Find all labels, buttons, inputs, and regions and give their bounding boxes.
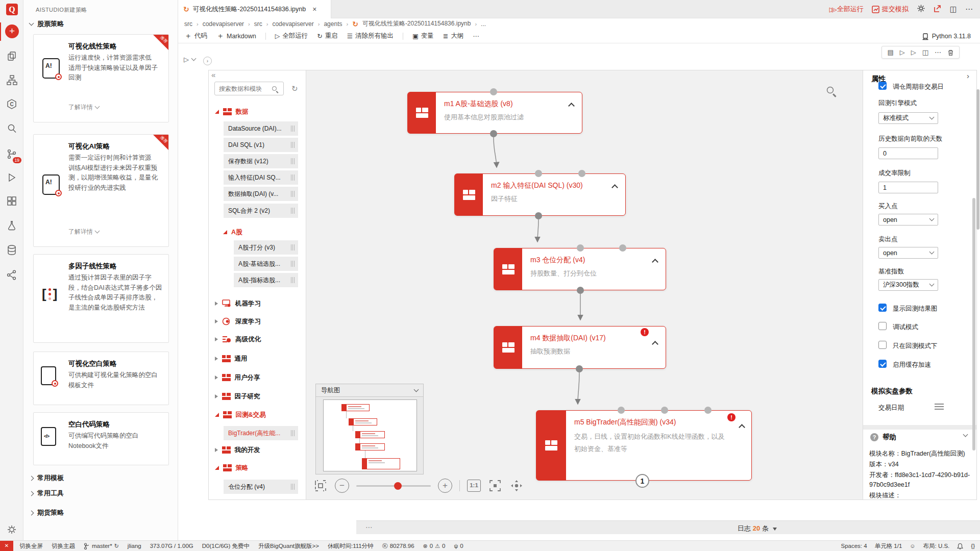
more-actions-icon[interactable]: ⋯ [935, 48, 941, 56]
breadcrumb-file[interactable]: 可视化线性策略-20250114154836.ipynb [362, 19, 471, 28]
scrollbar-thumb[interactable] [976, 89, 979, 230]
drag-handle[interactable] [291, 277, 295, 283]
split-cell-icon[interactable]: ◫ [922, 48, 928, 56]
remote-indicator[interactable]: ✕ [0, 541, 13, 551]
drag-handle[interactable] [291, 244, 295, 251]
port[interactable] [577, 287, 584, 294]
notifications-bell-icon[interactable] [957, 543, 963, 549]
port[interactable] [535, 170, 542, 177]
module-item[interactable]: 保存数据 (v12) [224, 154, 298, 168]
delete-cell-icon[interactable] [947, 49, 954, 56]
drag-handle[interactable] [291, 430, 295, 436]
navmap-header[interactable]: 导航图 [316, 384, 423, 397]
refresh-icon[interactable]: ↻ [291, 84, 298, 93]
restart-kernel-button[interactable]: ↻重启 [317, 32, 337, 40]
status-problems[interactable]: ⊗0⚠0 [423, 543, 446, 549]
breadcrumb-item[interactable]: src [184, 20, 192, 28]
zoom-knob[interactable] [394, 482, 402, 490]
search-input[interactable] [219, 85, 272, 92]
new-strategy-icon[interactable]: + [5, 24, 19, 38]
input-fill-rate[interactable]: 1 [878, 182, 938, 193]
card-multifactor-linear-strategy[interactable]: [] 多因子线性策略 通过预计算因子表里的因子字段，结合DAI表达式算子将多个因… [33, 254, 169, 343]
section-futures-strategies[interactable]: 期货策略 [30, 508, 64, 517]
add-code-button[interactable]: ＋代码 [184, 31, 207, 41]
checkbox-cache-accel[interactable] [878, 360, 887, 368]
cell-run-controls[interactable]: ▷ [184, 56, 195, 63]
drag-handle[interactable] [291, 261, 295, 267]
card-visual-linear-strategy[interactable]: 推荐 A! 可视化线性策略 运行速度快，计算资源需求低适用于快速策略验证以及单因… [33, 34, 169, 122]
settings-gear-icon[interactable] [917, 4, 925, 14]
select-buy-point[interactable]: open [878, 214, 938, 226]
status-braces[interactable]: {} [971, 543, 975, 549]
module-item[interactable]: A股-指标选股... [234, 273, 298, 287]
pan-move-icon[interactable] [509, 479, 524, 493]
expand-panel-icon[interactable]: › [203, 57, 212, 65]
port[interactable] [577, 244, 584, 252]
status-cell-position[interactable]: 单元格 1/1 [875, 542, 902, 550]
breadcrumb-item[interactable]: agents [324, 20, 342, 28]
port[interactable] [490, 88, 497, 95]
port[interactable] [578, 170, 585, 177]
input-history-days[interactable]: 0 [878, 147, 938, 159]
module-item[interactable]: SQL合并 2 (v2) [224, 204, 298, 218]
module-item-bigtrader[interactable]: BigTrader(高性能... [224, 426, 298, 440]
close-icon[interactable]: × [312, 5, 316, 13]
collapse-panel-icon[interactable]: › [967, 71, 969, 80]
kernel-picker[interactable]: Python 3.11.8 [922, 29, 971, 43]
split-editor-icon[interactable]: ◫ [950, 5, 957, 14]
status-feedback[interactable]: ψ0 [454, 543, 463, 549]
status-upgrade-link[interactable]: 升级BigQuant旗舰版>> [258, 542, 319, 550]
port[interactable] [490, 130, 497, 137]
node-m3[interactable]: m3 仓位分配 (v4)持股数量、打分到仓位 [494, 248, 666, 290]
files-icon[interactable] [0, 46, 23, 66]
status-theme[interactable]: 切换主题 [52, 542, 75, 550]
settings-gear-icon[interactable] [0, 519, 23, 540]
drag-handle[interactable] [291, 484, 295, 490]
port[interactable] [576, 365, 583, 372]
status-user[interactable]: jliang [128, 543, 141, 549]
tree-group-data[interactable]: 数据 [215, 107, 249, 116]
module-item[interactable]: A股-打分 (v3) [234, 240, 298, 255]
tree-group-user-shared[interactable]: 用户分享 [215, 373, 260, 382]
outline-button[interactable]: ≣大纲 [443, 32, 463, 40]
source-control-icon[interactable]: 19 [0, 144, 23, 164]
tree-group-my-dev[interactable]: 我的开发 [215, 445, 260, 455]
breadcrumb-item[interactable]: codevapiserver [272, 20, 313, 28]
drag-handle[interactable] [291, 158, 295, 164]
section-common-tools[interactable]: 常用工具 [30, 489, 64, 498]
menu-icon[interactable] [935, 404, 944, 410]
more-toolbar-icon[interactable]: ⋯ [473, 32, 479, 40]
select-engine-mode[interactable]: 标准模式 [878, 112, 938, 124]
more-actions-icon[interactable]: ⋯ [965, 5, 973, 14]
database-icon[interactable] [0, 240, 23, 260]
module-item[interactable]: A股-基础选股... [234, 257, 298, 271]
select-benchmark[interactable]: 沪深300指数 [878, 279, 938, 291]
module-item[interactable]: DAI SQL (v1) [224, 138, 298, 152]
select-sell-point[interactable]: open [878, 247, 938, 259]
run-by-line-icon[interactable]: ▤ [887, 48, 893, 56]
export-share-icon[interactable] [934, 5, 942, 14]
share-network-icon[interactable] [0, 265, 23, 285]
section-stock-strategies[interactable]: 股票策略 [30, 19, 64, 29]
fit-content-icon[interactable] [488, 479, 502, 493]
status-sleep-timer[interactable]: 休眠时间:111分钟 [328, 542, 374, 550]
module-item[interactable]: 数据抽取(DAI) (v... [224, 187, 298, 201]
status-memory[interactable]: 373.07G / 1.00G [150, 543, 193, 549]
extensions-icon[interactable] [0, 191, 23, 211]
card-visual-blank-strategy[interactable]: 可视化空白策略 可供构建可视化量化策略的空白模板文件 [33, 352, 169, 405]
tab-notebook[interactable]: ↻ 可视化线性策略-20250114154836.ipynb × [178, 0, 331, 18]
status-plan[interactable]: D0(1C/6G) 免费中 [202, 542, 250, 550]
port[interactable] [704, 407, 712, 414]
status-layout[interactable]: 布局: U.S. [923, 542, 950, 550]
run-debug-icon[interactable] [0, 167, 23, 188]
feedback-smiley-icon[interactable]: ☺ [910, 543, 915, 549]
drag-handle[interactable] [291, 142, 295, 148]
hexagon-c-icon[interactable]: C [0, 94, 23, 114]
experiment-flask-icon[interactable] [0, 215, 23, 236]
status-fullscreen[interactable]: 切换全屏 [19, 542, 43, 550]
drag-handle[interactable] [291, 191, 295, 197]
run-all-button[interactable]: ▷全部运行 [275, 32, 308, 40]
fit-screen-icon[interactable] [313, 479, 328, 493]
workflow-icon[interactable] [0, 70, 23, 90]
run-below-icon[interactable]: ▷ [911, 48, 916, 56]
